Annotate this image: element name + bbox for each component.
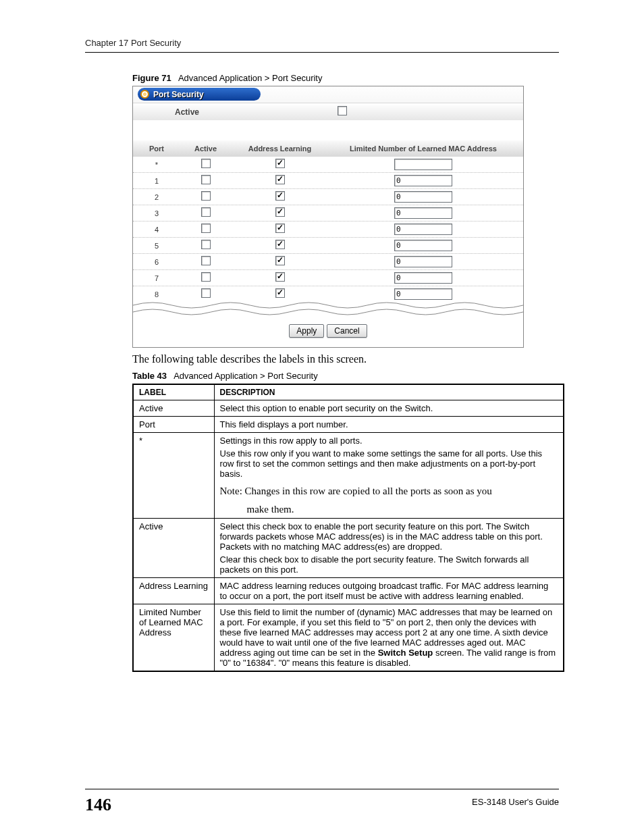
learning-checkbox[interactable] xyxy=(275,288,285,298)
desc-text: MAC address learning reduces outgoing br… xyxy=(214,578,564,604)
active-checkbox[interactable] xyxy=(201,240,211,249)
global-active-label: Active xyxy=(133,107,241,117)
tab-strip: Port Security xyxy=(133,86,523,103)
active-cell xyxy=(180,159,231,170)
limit-input[interactable] xyxy=(394,159,452,170)
active-cell xyxy=(180,272,231,284)
port-cell: 6 xyxy=(133,258,180,266)
global-active-control xyxy=(241,106,444,118)
tab-bullet-icon xyxy=(140,90,149,99)
learning-checkbox[interactable] xyxy=(275,240,285,249)
table-title: Advanced Application > Port Security xyxy=(173,371,318,381)
col-head-limit: Limited Number of Learned MAC Address xyxy=(329,145,518,153)
port-row: 2 xyxy=(133,189,523,205)
limit-cell xyxy=(329,288,518,300)
figure-label: Figure 71 xyxy=(132,73,171,83)
limit-input[interactable] xyxy=(394,191,452,203)
limit-input[interactable] xyxy=(394,207,452,219)
learning-cell xyxy=(231,191,329,203)
limit-input[interactable] xyxy=(394,224,452,235)
button-row: Apply Cancel xyxy=(133,324,523,338)
active-cell xyxy=(180,175,231,186)
active-cell xyxy=(180,224,231,235)
torn-edge xyxy=(133,301,523,316)
learning-checkbox[interactable] xyxy=(275,175,285,184)
desc-row: Limited Number of Learned MAC AddressUse… xyxy=(133,604,564,672)
tab-port-security[interactable]: Port Security xyxy=(138,88,261,101)
learning-checkbox[interactable] xyxy=(275,191,285,201)
port-row: * xyxy=(133,157,523,173)
desc-text: Select this check box to enable the port… xyxy=(214,519,564,578)
active-checkbox[interactable] xyxy=(201,272,211,282)
port-row: 5 xyxy=(133,238,523,254)
desc-label: * xyxy=(133,433,214,519)
desc-label: Port xyxy=(133,417,214,433)
active-cell xyxy=(180,240,231,251)
active-checkbox[interactable] xyxy=(201,207,211,217)
learning-cell xyxy=(231,288,329,300)
active-checkbox[interactable] xyxy=(201,175,211,184)
desc-row: PortThis field displays a port number. xyxy=(133,417,564,433)
limit-input[interactable] xyxy=(394,256,452,267)
col-head-active: Active xyxy=(180,145,231,153)
port-cell: 1 xyxy=(133,177,180,185)
active-checkbox[interactable] xyxy=(201,256,211,265)
learning-checkbox[interactable] xyxy=(275,272,285,282)
limit-cell xyxy=(329,159,518,170)
active-cell xyxy=(180,207,231,219)
desc-text: Select this option to enable port securi… xyxy=(214,400,564,417)
learning-cell xyxy=(231,256,329,267)
learning-cell xyxy=(231,224,329,235)
global-active-checkbox[interactable] xyxy=(338,106,347,115)
guide-name: ES-3148 User's Guide xyxy=(472,797,559,807)
col-head-port: Port xyxy=(133,145,180,153)
active-checkbox[interactable] xyxy=(201,288,211,298)
learning-checkbox[interactable] xyxy=(275,159,285,168)
port-cell: 4 xyxy=(133,226,180,234)
footer-rule xyxy=(85,789,559,789)
desc-note-cont: make them. xyxy=(247,504,558,515)
port-cell: * xyxy=(133,161,180,169)
limit-cell xyxy=(329,240,518,251)
spacer xyxy=(133,120,523,140)
port-table-header: Port Active Address Learning Limited Num… xyxy=(133,140,523,157)
port-row: 8 xyxy=(133,286,523,303)
port-row: 1 xyxy=(133,173,523,189)
desc-label: Address Learning xyxy=(133,578,214,604)
tab-label: Port Security xyxy=(153,90,204,99)
header-rule xyxy=(85,52,559,53)
limit-cell xyxy=(329,256,518,267)
active-checkbox[interactable] xyxy=(201,159,211,168)
desc-text: Settings in this row apply to all ports.… xyxy=(214,433,564,519)
limit-input[interactable] xyxy=(394,175,452,186)
limit-input[interactable] xyxy=(394,272,452,284)
limit-input[interactable] xyxy=(394,240,452,251)
learning-checkbox[interactable] xyxy=(275,224,285,233)
desc-label: Active xyxy=(133,400,214,417)
port-row: 6 xyxy=(133,254,523,270)
limit-cell xyxy=(329,191,518,203)
desc-head-label: LABEL xyxy=(133,384,214,400)
apply-button[interactable]: Apply xyxy=(289,324,324,338)
figure-caption: Figure 71 Advanced Application > Port Se… xyxy=(132,73,559,83)
learning-cell xyxy=(231,175,329,186)
limit-input[interactable] xyxy=(394,288,452,300)
active-cell xyxy=(180,191,231,203)
limit-cell xyxy=(329,207,518,219)
active-cell xyxy=(180,288,231,300)
description-table: LABEL DESCRIPTION ActiveSelect this opti… xyxy=(132,384,564,672)
page-number: 146 xyxy=(85,795,111,815)
active-checkbox[interactable] xyxy=(201,191,211,201)
port-cell: 8 xyxy=(133,290,180,298)
cancel-button[interactable]: Cancel xyxy=(327,324,367,338)
desc-head-desc: DESCRIPTION xyxy=(214,384,564,400)
learning-checkbox[interactable] xyxy=(275,256,285,265)
figure-title: Advanced Application > Port Security xyxy=(178,73,323,83)
desc-text: Use this field to limit the number of (d… xyxy=(214,604,564,672)
learning-checkbox[interactable] xyxy=(275,207,285,217)
learning-cell xyxy=(231,272,329,284)
port-cell: 5 xyxy=(133,242,180,250)
active-checkbox[interactable] xyxy=(201,224,211,233)
active-cell xyxy=(180,256,231,267)
desc-row: Address LearningMAC address learning red… xyxy=(133,578,564,604)
